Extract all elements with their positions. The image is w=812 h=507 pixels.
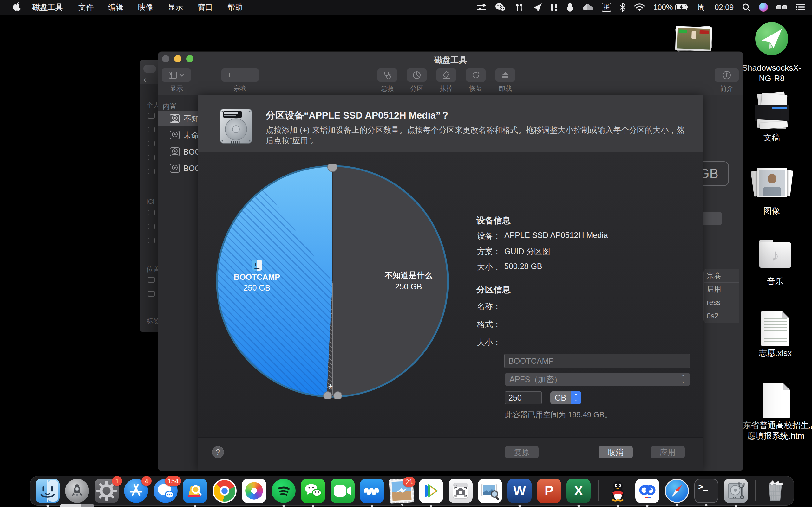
dock-messages-icon[interactable]: 154 [154, 479, 177, 503]
sidebar-item-bootcamp-1[interactable]: BOOTCAMP [158, 144, 198, 159]
apple-menu[interactable] [11, 2, 24, 13]
sidebar-item-untitled[interactable]: 未命名 [158, 127, 198, 143]
finder-sidebar-item-icon[interactable] [148, 155, 155, 160]
desktop-label-shadowsocks[interactable]: ShadowsocksX-NG-R8 [737, 63, 807, 83]
desktop-icon-music[interactable]: ♪ [759, 240, 791, 268]
dock-app-store-icon[interactable]: 4 [124, 479, 148, 503]
desktop-label-xlsx[interactable]: 志愿.xlsx [750, 348, 801, 358]
bluetooth-icon[interactable] [620, 3, 625, 12]
dock-facetime-icon[interactable] [331, 479, 355, 503]
desktop-label-documents[interactable]: 文稿 [750, 132, 794, 143]
dock-wave-app-icon[interactable] [360, 479, 384, 503]
partition-size-input[interactable] [505, 391, 542, 404]
format-select[interactable]: APFS（加密） ⌃⌄ [505, 373, 690, 386]
resize-handle-top[interactable] [328, 164, 337, 172]
unit-stepper[interactable]: ⌃⌄ [571, 391, 581, 404]
dock-launchpad-icon[interactable] [65, 479, 89, 503]
dock-system-preferences-icon[interactable]: 1 [95, 479, 119, 503]
menu-item-images[interactable]: 映像 [131, 2, 160, 12]
menu-item-edit[interactable]: 编辑 [101, 2, 131, 12]
resize-handle-bottom-right[interactable] [334, 392, 342, 399]
restore-button[interactable] [466, 68, 486, 82]
menu-item-file[interactable]: 文件 [71, 2, 101, 12]
desktop-label-music[interactable]: 音乐 [753, 276, 798, 287]
partition-name-field[interactable] [504, 354, 690, 368]
add-volume-button[interactable]: + [221, 70, 238, 80]
dock-wechat-icon[interactable] [301, 479, 325, 503]
siri-icon[interactable] [759, 3, 768, 12]
dock-photos-icon[interactable] [242, 479, 266, 503]
remove-volume-button[interactable]: − [243, 70, 259, 80]
zoom-button[interactable] [186, 55, 194, 62]
desktop-icon-shadowsocks[interactable] [755, 22, 788, 55]
volume-add-remove[interactable]: +− [221, 68, 259, 82]
dock-doc-search-app-icon[interactable] [183, 479, 207, 503]
pinyin-ime-icon[interactable]: 拼 [602, 3, 611, 12]
cloud-icon[interactable] [582, 3, 593, 11]
desktop-icon-htm[interactable] [763, 383, 790, 418]
menu-item-app-name[interactable]: 磁盘工具 [24, 2, 71, 12]
menu-item-window[interactable]: 窗口 [190, 2, 220, 12]
glasses-icon[interactable] [776, 5, 787, 9]
dock-mail-icon[interactable]: 21 [389, 478, 414, 504]
partition-button[interactable] [407, 68, 426, 82]
finder-sidebar-item-icon[interactable] [148, 169, 155, 174]
desktop-label-htm[interactable]: 广东省普通高校招生志愿填报系统.htm [734, 420, 812, 441]
airpods-icon[interactable] [514, 3, 524, 12]
wifi-icon[interactable] [634, 3, 645, 11]
list-icon[interactable] [796, 3, 805, 11]
finder-sidebar-item-icon[interactable] [148, 238, 155, 243]
first-aid-button[interactable] [377, 68, 397, 82]
dock-excel-icon[interactable]: X [566, 479, 591, 503]
dock-screenshot-icon[interactable] [449, 479, 473, 503]
dock-baidu-netdisk-icon[interactable] [635, 479, 659, 503]
size-unit-value[interactable]: GB [550, 391, 571, 404]
wechat-icon[interactable] [495, 3, 506, 12]
desktop-label-images[interactable]: 图像 [750, 206, 794, 216]
dock-finder-icon[interactable] [36, 479, 60, 503]
cancel-button[interactable]: 取消 [599, 446, 633, 458]
finder-sidebar-item-icon[interactable] [148, 141, 155, 147]
view-button[interactable] [162, 68, 191, 82]
desktop-icon-xlsx[interactable] [761, 311, 789, 346]
finder-sidebar-item-icon[interactable] [148, 277, 155, 283]
sidebar-item-bootcamp-2[interactable]: BOOTCAMP [158, 161, 198, 176]
dock-preview-icon[interactable] [478, 479, 502, 503]
menu-item-view[interactable]: 显示 [160, 2, 190, 12]
clock[interactable]: 周一 02:09 [697, 2, 734, 12]
qq-penguin-icon[interactable] [566, 3, 574, 12]
info-button[interactable] [715, 68, 739, 82]
dock-trash-icon[interactable] [763, 479, 787, 503]
desktop-icon-photo-stack[interactable] [675, 26, 712, 51]
erase-button[interactable] [437, 68, 456, 82]
dock-terminal-icon[interactable]: >_ [694, 479, 718, 503]
finder-toolbar-button[interactable] [143, 65, 156, 73]
dock-spotify-icon[interactable] [271, 479, 296, 503]
dock-safari-icon[interactable] [665, 479, 689, 503]
unmount-button[interactable] [496, 68, 515, 82]
back-chevron-icon[interactable]: ‹ [143, 75, 146, 84]
spotlight-search-icon[interactable] [742, 3, 751, 11]
sliders-icon[interactable] [477, 3, 487, 12]
dock-word-icon[interactable]: W [507, 479, 531, 503]
finder-sidebar-item-icon[interactable] [148, 127, 155, 132]
finder-sidebar-item-icon[interactable] [148, 224, 155, 229]
dock-chrome-icon[interactable] [212, 479, 237, 503]
menu-item-help[interactable]: 帮助 [220, 2, 250, 12]
desktop-icon-documents[interactable] [755, 93, 790, 128]
apply-button[interactable]: 应用 [651, 446, 685, 458]
finder-sidebar-item-icon[interactable] [148, 210, 155, 216]
dock-powerpoint-icon[interactable]: P [537, 479, 561, 503]
battery-status[interactable]: 100% [653, 3, 689, 12]
pause-bars-icon[interactable] [551, 3, 558, 11]
finder-sidebar-item-icon[interactable] [148, 291, 155, 297]
sidebar-item-unknown-disk[interactable]: 不知道是什么 [158, 111, 198, 126]
finder-sidebar-item-icon[interactable] [148, 113, 155, 118]
minimize-button[interactable] [174, 55, 182, 62]
desktop-icon-images[interactable] [752, 167, 792, 199]
dock-tencent-video-icon[interactable] [419, 479, 443, 503]
paper-plane-icon[interactable] [532, 3, 542, 12]
close-button[interactable] [162, 55, 169, 62]
dock-disk-utility-icon[interactable] [724, 479, 748, 503]
dock-qq-icon[interactable] [606, 479, 630, 503]
